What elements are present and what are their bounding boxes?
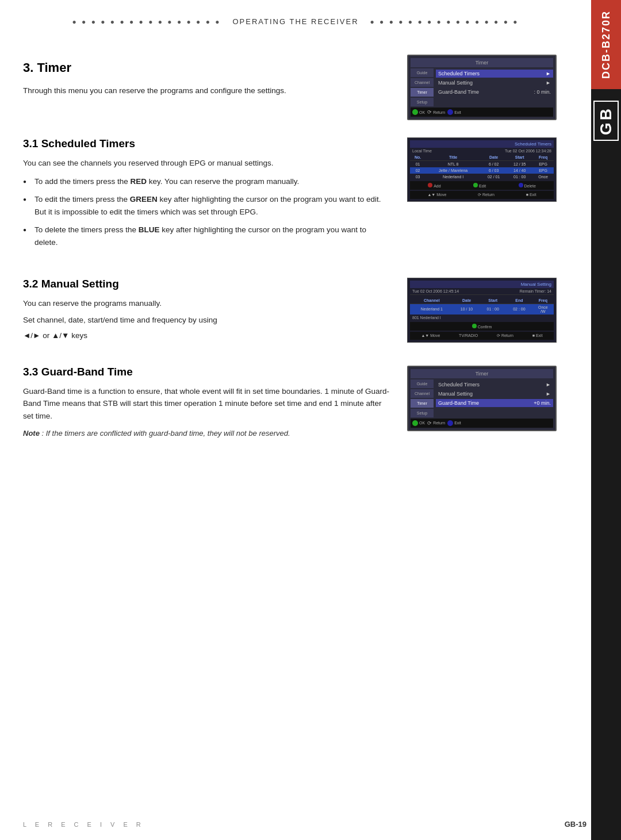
scheduled-timers-bullets: To add the timers press the RED key. You… <box>23 175 390 249</box>
screen2-btn-delete: Delete <box>519 183 536 188</box>
note-label: Note <box>23 429 40 438</box>
screen4-btn-ok: OK <box>412 420 425 426</box>
col-title: Title <box>425 154 481 161</box>
screen4-title: Timer <box>411 369 553 378</box>
cell: Once <box>532 174 554 180</box>
ms-col-freq: Freq <box>532 297 554 304</box>
col-start: Start <box>507 154 532 161</box>
timer-heading: 3. Timer <box>23 60 390 75</box>
side-setup4: Setup <box>411 409 434 417</box>
cell: Nederland I <box>425 174 481 180</box>
screen1-body: Guide Channel Timer Setup Scheduled Time… <box>411 68 553 106</box>
cell: 02 : 00 <box>506 304 532 314</box>
table-row: 01 NTL 8 6 / 02 12 / 35 EPG <box>410 161 554 168</box>
screen4-btn-return: ⟳Return <box>427 420 445 426</box>
screen3-btn-confirm: Confirm <box>472 324 492 329</box>
section-3-1-text: 3.1 Scheduled Timers You can see the cha… <box>23 132 390 255</box>
guard-band-heading: 3.3 Guard-Band Time <box>23 366 390 378</box>
section-3-3: 3.3 Guard-Band Time Guard-Band time is a… <box>23 360 568 440</box>
scheduled-timers-body: You can see the channels you reserved th… <box>23 157 390 170</box>
guard-band-body1: Guard-Band time is a function to ensure,… <box>23 385 390 423</box>
screen3-btn-move: ▲▼ Move <box>421 333 440 338</box>
screen1-main: Scheduled Timers► Manual Setting► Guard-… <box>436 68 553 106</box>
screen2-footer2: ▲▼ Move ⟳ Return ■ Exit <box>410 191 554 199</box>
screen2-table: No. Title Date Start Freq 01 NTL 8 6 / 0… <box>410 154 554 180</box>
side-guide: Guide <box>411 68 434 77</box>
ms-col-end: End <box>506 297 532 304</box>
cell: 02 / 01 <box>481 174 507 180</box>
screen4-item1: Scheduled Timers► <box>436 381 553 389</box>
screen1-container: Timer Guide Channel Timer Setup Schedule… <box>407 49 568 120</box>
screen3-table: Channel Date Start End Freq Nederland 1 … <box>410 297 554 314</box>
screen2: Scheduled Timers Local Time Tue 02 Oct 2… <box>407 137 557 202</box>
model-label: DCB-B270R <box>600 5 612 85</box>
cell: Jette / Marelena <box>425 167 481 174</box>
section-3-2: 3.2 Manual Setting You can reserve the p… <box>23 272 568 343</box>
right-sidebar: DCB-B270R GB <box>591 0 621 840</box>
guard-band-note: Note : If the timers are conflicted with… <box>23 428 390 440</box>
screen3-btn-tvradio: TV/RADIO <box>459 333 478 338</box>
col-freq: Freq <box>532 154 554 161</box>
screen3-datetime: Tue 02 Oct 2006 12:45:14 Remain Timer: 1… <box>410 288 554 295</box>
ms-col-date: Date <box>454 297 480 304</box>
side-timer: Timer <box>411 88 434 97</box>
page-footer: L E R E C E I V E R GB-19 <box>23 820 586 829</box>
screen2-local-label: Local Time <box>412 149 432 153</box>
screen4-sidenav: Guide Channel Timer Setup <box>411 379 434 417</box>
col-date: Date <box>481 154 507 161</box>
screen2-btn-add: Add <box>428 183 440 188</box>
nav-keys: ◄/► or ▲/▼ keys <box>23 331 390 340</box>
screen1-item1: Scheduled Timers► <box>436 70 553 78</box>
cell: 02 <box>410 167 425 174</box>
screen3: Manual Setting Tue 02 Oct 2006 12:45:14 … <box>407 278 557 343</box>
cell: Nederland 1 <box>410 304 454 314</box>
cell: 12 / 35 <box>507 161 532 168</box>
side-guide4: Guide <box>411 379 434 388</box>
timer-body: Through this menu you can reserve the pr… <box>23 85 390 97</box>
screen1-title: Timer <box>411 58 553 67</box>
table-row: Nederland 1 10 / 10 01 : 00 02 : 00 Once… <box>410 304 554 314</box>
bullet-3: To delete the timers press the BLUE key … <box>23 224 390 248</box>
model-tab: DCB-B270R <box>591 0 621 89</box>
screen4-item2: Manual Setting► <box>436 390 553 398</box>
cell: Once/W <box>532 304 554 314</box>
screen3-footer2: ▲▼ Move TV/RADIO ⟳ Return ■ Exit <box>410 332 554 340</box>
screen3-footer1: Confirm <box>410 322 554 331</box>
screen1-footer: OK ⟳Return Exit <box>411 108 553 117</box>
section-3-3-text: 3.3 Guard-Band Time Guard-Band time is a… <box>23 360 390 440</box>
main-content: ● ● ● ● ● ● ● ● ● ● ● ● ● ● ● ● OPERATIN… <box>0 0 591 840</box>
cell: 14 / 40 <box>507 167 532 174</box>
screen4-footer: OK ⟳Return Exit <box>411 419 553 428</box>
screen2-footer: Add Edit Delete <box>410 181 554 190</box>
screen2-local-value: Tue 02 Oct 2006 12:34:28 <box>505 149 551 153</box>
screen3-btn-exit: ■ Exit <box>532 333 543 338</box>
screen1-btn-return: ⟳Return <box>427 109 445 115</box>
ms-col-start: Start <box>480 297 506 304</box>
screen4-container: Timer Guide Channel Timer Setup Schedule… <box>407 360 568 440</box>
footer-lereceiver: L E R E C E I V E R <box>23 821 144 828</box>
screen2-btn-edit: Edit <box>473 183 486 188</box>
screen4-item3: Guard-Band Time+0 min. <box>436 399 553 407</box>
screen4-main: Scheduled Timers► Manual Setting► Guard-… <box>436 379 553 417</box>
screen3-dt: Tue 02 Oct 2006 12:45:14 <box>412 289 459 293</box>
col-no: No. <box>410 154 425 161</box>
section-3-1: 3.1 Scheduled Timers You can see the cha… <box>23 132 568 255</box>
screen1-sidenav: Guide Channel Timer Setup <box>411 68 434 106</box>
screen2-local: Local Time Tue 02 Oct 2006 12:34:28 <box>410 148 554 154</box>
screen2-title: Scheduled Timers <box>410 140 554 148</box>
bullet-1: To add the timers press the RED key. You… <box>23 175 390 188</box>
cell: 01 : 00 <box>507 174 532 180</box>
page-header: ● ● ● ● ● ● ● ● ● ● ● ● ● ● ● ● OPERATIN… <box>23 0 568 37</box>
lang-label: GB <box>593 101 619 141</box>
screen4: Timer Guide Channel Timer Setup Schedule… <box>407 366 557 431</box>
screen4-body: Guide Channel Timer Setup Scheduled Time… <box>411 379 553 417</box>
note-body: : If the timers are conflicted with guar… <box>40 429 290 438</box>
screen3-channel-name: 801 Nederland I <box>410 314 554 321</box>
screen1-btn-exit: Exit <box>447 109 461 115</box>
screen2-btn-exit: ■ Exit <box>526 193 536 197</box>
cell: 01 <box>410 161 425 168</box>
side-setup: Setup <box>411 98 434 106</box>
cell: 03 <box>410 174 425 180</box>
manual-setting-body2: Set channel, date, start/end time and fr… <box>23 314 390 327</box>
footer-page: GB-19 <box>565 820 586 829</box>
